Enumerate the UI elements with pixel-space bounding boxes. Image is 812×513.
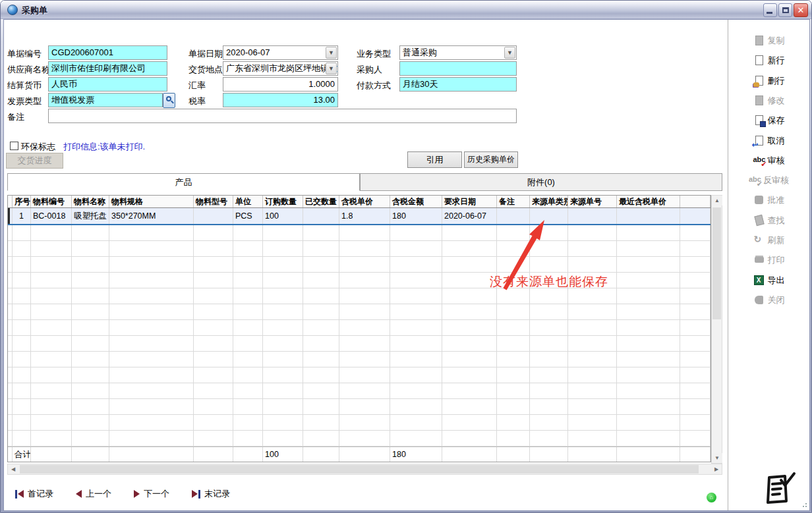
nav-prev-button[interactable]: 上一个 xyxy=(76,488,111,500)
nav-first-button[interactable]: 首记录 xyxy=(15,488,53,500)
grid-cell-empty xyxy=(263,257,303,272)
currency-field[interactable]: 人民币 xyxy=(48,77,167,92)
grid-cell[interactable] xyxy=(617,208,680,224)
grid-cell-empty xyxy=(31,367,72,383)
titlebar[interactable]: 采购单 ✕ xyxy=(1,1,811,19)
vertical-scrollbar[interactable]: ▲ ▼ xyxy=(711,195,722,464)
approve-icon xyxy=(753,194,766,206)
nav-next-button[interactable]: 下一个 xyxy=(134,488,169,500)
payment-field[interactable]: 月结30天 xyxy=(399,77,517,92)
grid-cell-empty xyxy=(31,352,72,367)
grid-cell-empty xyxy=(390,399,442,414)
grid-cell[interactable]: BC-0018 xyxy=(31,208,72,224)
grid-cell-empty xyxy=(8,225,13,240)
grid-cell-empty xyxy=(233,241,263,256)
minimize-button[interactable] xyxy=(763,3,777,17)
grid-cell-empty xyxy=(442,352,497,367)
sidebar-button-new-row[interactable]: 新行 xyxy=(728,52,809,69)
grid-cell[interactable] xyxy=(303,208,339,224)
grid-cell-empty xyxy=(442,336,497,351)
grid-cell-empty xyxy=(109,320,194,335)
grid-cell-empty xyxy=(8,241,13,256)
grid-cell-empty xyxy=(233,367,263,383)
grid-cell[interactable]: PCS xyxy=(233,208,263,224)
delivery-place-label: 交货地点 xyxy=(188,64,223,76)
nav-last-button[interactable]: 末记录 xyxy=(192,488,230,500)
scroll-left-icon[interactable]: ◀ xyxy=(8,464,18,474)
reference-button[interactable]: 引用 xyxy=(407,151,462,168)
chevron-down-icon[interactable]: ▼ xyxy=(504,47,515,59)
grid-cell-empty xyxy=(8,273,13,288)
row-selector[interactable] xyxy=(8,208,13,224)
chevron-down-icon[interactable]: ▼ xyxy=(326,47,337,59)
grid-cell-empty xyxy=(233,399,263,414)
chevron-down-icon[interactable]: ▼ xyxy=(326,63,337,74)
horizontal-scroll-thumb[interactable] xyxy=(20,465,699,473)
grid-cell[interactable]: 1 xyxy=(13,208,31,224)
tax-rate-label: 税率 xyxy=(188,95,206,107)
scroll-right-icon[interactable]: ▶ xyxy=(711,464,722,474)
invoice-lookup-button[interactable] xyxy=(163,93,175,108)
grid-cell-empty xyxy=(339,304,390,319)
remark-field[interactable] xyxy=(48,109,517,123)
doc-no-field[interactable]: CGD200607001 xyxy=(48,45,167,60)
tab-attachments[interactable]: 附件(0) xyxy=(360,173,722,191)
grid-cell-empty xyxy=(31,225,72,240)
empty-row xyxy=(8,304,710,320)
grid-cell[interactable] xyxy=(680,208,710,224)
grid-cell-empty xyxy=(530,352,568,367)
sidebar-button-label: 删行 xyxy=(768,75,785,87)
grid-cell[interactable]: 100 xyxy=(263,208,303,224)
supplier-field[interactable]: 深圳市佑佳印刷有限公司 xyxy=(48,61,167,76)
vertical-scroll-thumb[interactable] xyxy=(712,207,721,319)
grid-cell[interactable]: 吸塑托盘 xyxy=(72,208,109,224)
maximize-button[interactable] xyxy=(778,3,792,17)
biz-type-combo[interactable]: 普通采购▼ xyxy=(399,45,517,60)
grid-cell-empty xyxy=(390,257,442,272)
table-row[interactable]: 1BC-0018吸塑托盘350*270MMPCS1001.81802020-06… xyxy=(8,208,710,225)
grid-cell[interactable]: 1.8 xyxy=(339,208,390,224)
sidebar-button-cancel[interactable]: ↩取消 xyxy=(728,132,809,149)
grid-cell-empty xyxy=(263,241,303,256)
grid-cell[interactable]: 350*270MM xyxy=(109,208,194,224)
minimize-icon xyxy=(767,12,772,14)
grid-cell-empty xyxy=(194,304,233,319)
tab-product-label: 产品 xyxy=(175,177,192,187)
grid-cell-empty xyxy=(263,415,303,430)
sidebar-button-audit[interactable]: abc✔审核 xyxy=(728,152,809,169)
sidebar-button-delete-row[interactable]: 删行 xyxy=(728,72,809,90)
grid-cell[interactable] xyxy=(568,208,617,224)
grid-header-cell: 单位 xyxy=(233,196,263,207)
eco-checkbox[interactable] xyxy=(10,142,18,150)
sidebar-button-export[interactable]: X导出 xyxy=(728,272,809,289)
copy-icon xyxy=(753,35,766,47)
scroll-up-icon[interactable]: ▲ xyxy=(712,196,722,205)
doc-date-combo[interactable]: 2020-06-07▼ xyxy=(223,45,338,60)
tax-rate-field[interactable]: 13.00 xyxy=(223,93,338,107)
grid-cell[interactable] xyxy=(194,208,233,224)
resize-grip[interactable] xyxy=(799,500,807,508)
delivery-place-combo[interactable]: 广东省深圳市龙岗区坪地镇六▼ xyxy=(223,61,338,76)
scroll-down-icon[interactable]: ▼ xyxy=(712,453,722,463)
grid-cell-empty xyxy=(303,431,339,446)
invoice-type-field[interactable]: 增值税发票 xyxy=(48,93,163,107)
grid-cell[interactable]: 180 xyxy=(390,208,442,224)
grid-header-cell: 要求日期 xyxy=(442,196,497,207)
grid-cell-empty xyxy=(303,288,339,304)
close-button[interactable]: ✕ xyxy=(794,3,808,17)
horizontal-scrollbar[interactable]: ◀ ▶ xyxy=(7,464,722,475)
grid-cell-empty xyxy=(194,336,233,351)
sidebar-button-save[interactable]: 保存 xyxy=(728,112,809,129)
tab-product[interactable]: 产品 xyxy=(7,173,360,191)
sidebar-button-label: 复制 xyxy=(768,35,785,47)
exchange-rate-field[interactable]: 1.0000 xyxy=(223,77,338,92)
grid-cell-empty xyxy=(233,415,263,430)
grid-cell-empty xyxy=(303,273,339,288)
history-price-button[interactable]: 历史采购单价 xyxy=(464,151,518,168)
grid-header-cell: 物料规格 xyxy=(109,196,194,207)
purchaser-field[interactable] xyxy=(399,61,517,76)
grid-cell-empty xyxy=(568,367,617,383)
export-icon: X xyxy=(753,275,766,286)
grid-cell-empty xyxy=(617,225,680,240)
grid-cell-empty xyxy=(13,273,31,288)
